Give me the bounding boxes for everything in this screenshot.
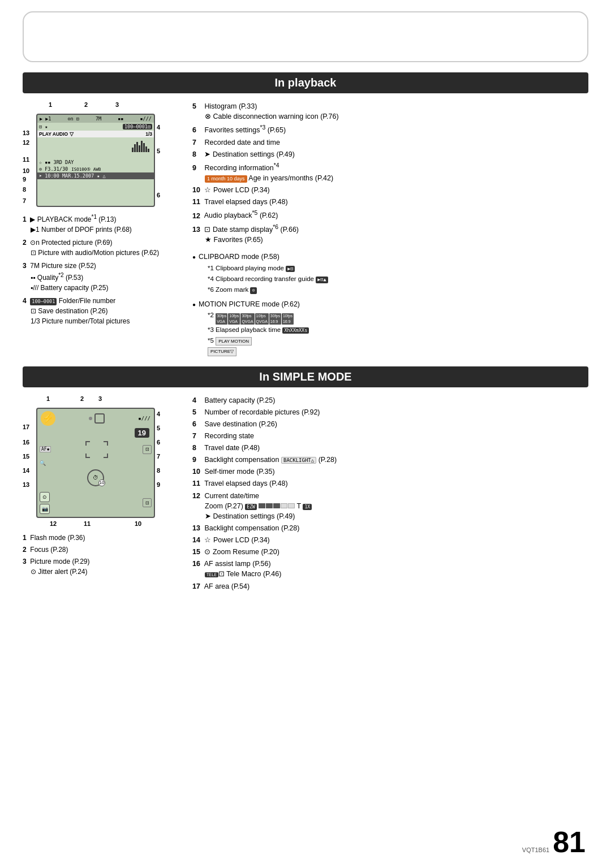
sm-item-2: 2 Focus (P.28) <box>23 545 181 555</box>
motion-sub3: *5 PLAY MOTION PICTURE▽ <box>199 337 309 356</box>
item-12: 12 Audio playback*5 (P.62) <box>192 209 588 221</box>
sm-item-8: 8 Travel date (P.48) <box>192 443 588 453</box>
sm-item-13: 13 Backlight compensation (P.28) <box>192 523 588 533</box>
sm-label-8: 8 <box>157 467 160 474</box>
sm-label-7: 7 <box>157 453 160 460</box>
sm-bottom-labels: 12 11 10 <box>36 520 155 527</box>
sm-lcd-19: 19 <box>37 428 154 438</box>
sm-lcd-bottom-icons: ⊙ 📷 ⊡ <box>37 491 154 515</box>
lcd-row-datetime: ➤ 10:00 MAR.15.2007 ★ △ <box>37 172 154 179</box>
sm-item-3: 3 Picture mode (P.29) ⊙ Jitter alert (P.… <box>23 556 181 577</box>
simple-mode-header: In SIMPLE MODE <box>23 366 588 387</box>
motion-sub2: *3 Elapsed playback time XhXXmXXs <box>199 326 309 333</box>
lcd-screen-simple: ⚡ ▪/// 19 AF <box>36 408 155 518</box>
sm-label-17: 17 <box>23 424 29 430</box>
lcd-screen-playback: ▶ ▶1 ⊙n ⊡ 7M ▪▪ ▪/// ⊡ ★ 100–0001⊡ PLAY … <box>36 114 155 207</box>
label-10: 10 <box>23 167 29 174</box>
sm-item-5: 5 Number of recordable pictures (P.92) <box>192 407 588 417</box>
lcd-row-folder: ⊡ ★ 100–0001⊡ <box>37 123 154 131</box>
item-13: 13 ⊡ Date stamp display*6 (P.66) ★ Favor… <box>192 223 588 245</box>
sm-label-2: 2 <box>80 395 84 402</box>
clipboard-mode-label: CLIPBOARD mode (P.58) <box>199 253 279 261</box>
sm-item-12: 12 Current date/time Zoom (P.27) EZW T 1… <box>192 491 588 521</box>
sm-lcd-selftimer: ⏱ 10 <box>37 467 154 489</box>
simple-mode-items-right-col: 4 Battery capacity (P.25) 5 Number of re… <box>192 395 588 593</box>
label-8: 8 <box>23 186 26 193</box>
svg-rect-1 <box>134 144 136 152</box>
lcd-row-playaudio: PLAY AUDIO ▽ 1/3 <box>37 131 154 137</box>
top-decoration-box <box>23 11 588 62</box>
sm-item-17: 17 AF area (P.54) <box>192 581 588 591</box>
sm-lcd-top: ⚡ ▪/// <box>37 409 154 428</box>
item-1: 1 ▶ PLAYBACK mode*1 (P.13) ▶1 Number of … <box>23 213 181 235</box>
label-5: 5 <box>157 148 160 154</box>
waveform-svg <box>132 139 152 158</box>
doc-code: VQT1B61 <box>522 847 549 853</box>
sm-label-15: 15 <box>23 453 29 460</box>
label-9: 9 <box>23 176 26 183</box>
svg-rect-2 <box>136 142 138 152</box>
sm-lcd-af: AF✱ ⊡ <box>37 440 154 459</box>
sm-item-4: 4 Battery capacity (P.25) <box>192 395 588 405</box>
label-12: 12 <box>23 139 29 146</box>
item-2: 2 ⊙n Protected picture (P.69) ⊡ Picture … <box>23 237 181 258</box>
sm-label-5: 5 <box>157 425 160 431</box>
item-10: 10 ☆ Power LCD (P.34) <box>192 185 588 195</box>
bullet-clipboard: ● CLIPBOARD mode (P.58) *1 Clipboard pla… <box>192 252 588 296</box>
svg-rect-3 <box>139 145 140 152</box>
sm-item-16: 16 AF assist lamp (P.56) TELE⊡ Tele Macr… <box>192 559 588 579</box>
label-7: 7 <box>23 197 26 204</box>
svg-rect-5 <box>143 143 145 152</box>
item-3: 3 7M Picture size (P.52) ▪▪ Quality*2 (P… <box>23 261 181 293</box>
bullets-area: ● CLIPBOARD mode (P.58) *1 Clipboard pla… <box>192 252 588 356</box>
label-6: 6 <box>157 192 160 198</box>
lcd-waveform-area <box>37 137 154 159</box>
simple-mode-diagram: 1 2 3 17 16 15 14 13 ⚡ <box>23 395 181 593</box>
svg-rect-6 <box>145 146 147 152</box>
simple-mode-items-left: 1 Flash mode (P.36) 2 Focus (P.28) 3 Pic… <box>23 533 181 577</box>
label-3: 3 <box>115 101 119 108</box>
item-9: 9 Recording information*4 1 month 10 day… <box>192 161 588 183</box>
simple-mode-section: In SIMPLE MODE 1 2 3 17 16 15 14 13 <box>23 366 588 593</box>
playback-title: In playback <box>275 76 337 89</box>
label-2: 2 <box>84 101 88 108</box>
playback-items-left: 1 ▶ PLAYBACK mode*1 (P.13) ▶1 Number of … <box>23 213 181 326</box>
sm-item-10: 10 Self-timer mode (P.35) <box>192 467 588 477</box>
playback-body: 1 2 3 13 12 11 10 9 8 7 <box>23 101 588 356</box>
sm-item-7: 7 Recording state <box>192 431 588 441</box>
motion-sub1: *2 30fpsVGA 10fpsVGA 30fpsQVGA 10fpsQVGA… <box>199 312 294 318</box>
item-11: 11 Travel elapsed days (P.48) <box>192 197 588 207</box>
sm-label-3: 3 <box>98 395 102 402</box>
simple-mode-title: In SIMPLE MODE <box>259 370 351 383</box>
svg-rect-4 <box>141 141 143 152</box>
item-8: 8 ➤ Destination settings (P.49) <box>192 149 588 159</box>
bullet-motion: ● MOTION PICTURE mode (P.62) *2 30fpsVGA… <box>192 299 588 356</box>
page-number: 81 <box>553 827 586 857</box>
svg-rect-7 <box>148 149 149 152</box>
sm-item-11: 11 Travel elapsed days (P.48) <box>192 478 588 489</box>
sm-lcd-zoom: 🔍 <box>37 459 154 467</box>
playback-section: In playback 1 2 3 13 12 11 10 9 8 7 <box>23 72 588 356</box>
lcd-row-fstop: ⊙ F3.31/30 ISO100⑤ AWB <box>37 166 154 172</box>
sm-label-9: 9 <box>157 481 160 488</box>
playback-header: In playback <box>23 72 588 93</box>
clipboard-sub1: *1 Clipboard playing mode ▶⊡ <box>199 265 295 271</box>
sm-label-13: 13 <box>23 481 29 488</box>
svg-rect-0 <box>132 148 134 152</box>
item-5: 5 Histogram (P.33) ⊗ Cable disconnection… <box>192 101 588 122</box>
item-7: 7 Recorded date and time <box>192 137 588 148</box>
sm-item-15: 15 ⊙ Zoom Resume (P.20) <box>192 547 588 557</box>
label-4: 4 <box>157 124 160 131</box>
sm-item-1: 1 Flash mode (P.36) <box>23 533 181 543</box>
clipboard-sub3: *6 Zoom mark ⊙ <box>199 286 257 293</box>
simple-mode-body: 1 2 3 17 16 15 14 13 ⚡ <box>23 395 588 593</box>
clipboard-sub2: *4 Clipboard recording transfer guide ▶⊡… <box>199 275 328 282</box>
lcd-row-3rdday: ☆ ▪▪ 3RD DAY <box>37 159 154 166</box>
item-4: 4 100–0001 Folder/File number ⊡ Save des… <box>23 296 181 326</box>
sm-label-16: 16 <box>23 439 29 446</box>
sm-label-6: 6 <box>157 439 160 446</box>
label-13: 13 <box>23 129 29 136</box>
playback-diagram: 1 2 3 13 12 11 10 9 8 7 <box>23 101 181 356</box>
sm-item-14: 14 ☆ Power LCD (P.34) <box>192 535 588 545</box>
sm-label-14: 14 <box>23 467 29 474</box>
